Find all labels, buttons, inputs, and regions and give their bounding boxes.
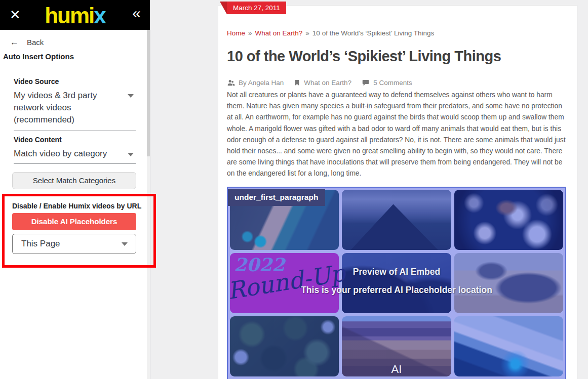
select-match-categories-button[interactable]: Select Match Categories xyxy=(12,172,136,189)
video-content-select[interactable]: Match video by category xyxy=(14,148,136,164)
post-meta-byline: By Angela Han What on Earth? 5 Comments xyxy=(227,79,418,87)
video-source-label: Video Source xyxy=(14,77,59,86)
breadcrumb: Home»What on Earth?»10 of the World’s ‘S… xyxy=(227,29,434,37)
back-label: Back xyxy=(27,38,44,47)
breadcrumb-separator-icon: » xyxy=(248,29,252,37)
breadcrumb-home-link[interactable]: Home xyxy=(227,29,245,37)
logo-accent: x xyxy=(94,3,105,28)
comment-icon xyxy=(362,79,370,87)
breadcrumb-current-page: 10 of the World’s ‘Spikiest’ Living Thin… xyxy=(312,29,434,37)
humix-logo: humix xyxy=(0,3,150,28)
embed-preview-heading: Preview of AI Embed xyxy=(228,267,565,277)
post-title: 10 of the World’s ‘Spikiest’ Living Thin… xyxy=(227,48,571,65)
video-content-value: Match video by category xyxy=(14,148,136,159)
chevron-down-icon xyxy=(128,153,134,156)
disable-enable-url-label: Disable / Enable Humix videos by URL xyxy=(12,202,141,210)
video-source-value: My videos & 3rd party network videos (re… xyxy=(14,90,112,126)
disable-ai-placeholders-button[interactable]: Disable AI Placeholders xyxy=(12,213,136,230)
placeholder-location-badge: under_first_paragraph xyxy=(228,189,325,206)
ai-embed-preview: 2022 Round-Up under_first_paragraph Prev… xyxy=(227,187,566,379)
collapse-sidebar-icon[interactable]: « xyxy=(132,5,141,22)
embed-preview-subheading: This is your preferred AI Placeholder lo… xyxy=(228,285,565,296)
back-arrow-icon: ← xyxy=(10,37,19,48)
breadcrumb-separator-icon: » xyxy=(305,29,309,37)
page-scope-select[interactable]: This Page xyxy=(12,234,136,254)
logo-text: humi xyxy=(45,3,94,28)
page-scope-value: This Page xyxy=(21,239,60,248)
video-content-label: Video Content xyxy=(14,136,62,144)
chevron-down-icon xyxy=(128,94,134,98)
comments-count: 5 Comments xyxy=(373,79,412,87)
author-name: By Angela Han xyxy=(239,79,284,87)
comments-link[interactable]: 5 Comments xyxy=(362,79,412,87)
sidebar-header: ✕ humix « xyxy=(0,0,150,30)
video-source-select[interactable]: My videos & 3rd party network videos (re… xyxy=(14,90,136,131)
post-body-paragraph: Not all creatures or plants have a guara… xyxy=(227,90,566,180)
humix-sidebar-panel: ✕ humix « ←Back Auto Insert Options Vide… xyxy=(0,0,150,379)
back-button[interactable]: ←Back xyxy=(10,37,44,48)
chevron-down-icon xyxy=(122,242,128,246)
panel-title: Auto Insert Options xyxy=(3,52,74,61)
bookmark-icon xyxy=(294,79,300,87)
category-name: What on Earth? xyxy=(304,79,351,87)
breadcrumb-category-link[interactable]: What on Earth? xyxy=(255,29,303,37)
post-content-card: March 27, 2011 Home»What on Earth?»10 of… xyxy=(218,5,577,379)
post-date-ribbon: March 27, 2011 xyxy=(227,2,286,14)
sidebar-scrollbar-track xyxy=(147,30,150,379)
users-icon xyxy=(227,79,235,87)
author-link[interactable]: By Angela Han xyxy=(227,79,284,87)
category-link[interactable]: What on Earth? xyxy=(294,79,351,87)
sidebar-scrollbar-thumb[interactable] xyxy=(147,30,150,156)
blue-overlay xyxy=(228,188,565,379)
ai-watermark-label: AI xyxy=(228,363,565,376)
